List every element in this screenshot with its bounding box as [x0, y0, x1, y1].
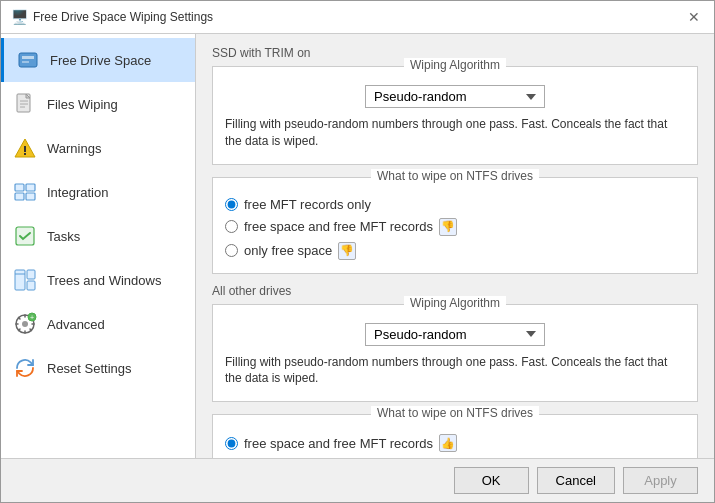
sidebar-label-free-drive-space: Free Drive Space [50, 53, 151, 68]
svg-point-19 [22, 321, 28, 327]
svg-rect-14 [15, 270, 25, 290]
ssd-radio-label-0: free MFT records only [244, 197, 371, 212]
ssd-algorithm-select-row: Pseudo-random Gutmann DoD 5220.22-M [225, 85, 685, 108]
sidebar-item-advanced[interactable]: + Advanced [1, 302, 195, 346]
ssd-badge-2: 👎 [338, 242, 356, 260]
other-badge-0: 👍 [439, 434, 457, 452]
svg-rect-15 [27, 270, 35, 279]
ssd-radio-group: free MFT records only free space and fre… [225, 194, 685, 263]
other-algorithm-inner: Pseudo-random Gutmann DoD 5220.22-M Fill… [225, 323, 685, 388]
other-radio-row-1: only free space [225, 455, 685, 458]
sidebar-label-tasks: Tasks [47, 229, 80, 244]
ssd-algorithm-title: Wiping Algorithm [404, 58, 506, 72]
svg-rect-16 [27, 281, 35, 290]
reset-settings-icon [11, 354, 39, 382]
files-wiping-icon [11, 90, 39, 118]
other-algorithm-select[interactable]: Pseudo-random Gutmann DoD 5220.22-M [365, 323, 545, 346]
other-radio-0[interactable] [225, 437, 238, 450]
ssd-badge-1: 👎 [439, 218, 457, 236]
tasks-icon [11, 222, 39, 250]
sidebar-label-reset-settings: Reset Settings [47, 361, 132, 376]
ssd-algorithm-description: Filling with pseudo-random numbers throu… [225, 116, 685, 150]
svg-rect-9 [15, 184, 24, 191]
main-panel: SSD with TRIM on Wiping Algorithm Pseudo… [196, 34, 714, 458]
sidebar-item-free-drive-space[interactable]: Free Drive Space [1, 38, 195, 82]
other-algorithm-group: Wiping Algorithm Pseudo-random Gutmann D… [212, 304, 698, 403]
svg-rect-8 [24, 153, 26, 155]
warnings-icon [11, 134, 39, 162]
sidebar-label-integration: Integration [47, 185, 108, 200]
cancel-button[interactable]: Cancel [537, 467, 615, 494]
svg-rect-7 [24, 146, 26, 152]
ssd-algorithm-group: Wiping Algorithm Pseudo-random Gutmann D… [212, 66, 698, 165]
ssd-algorithm-inner: Pseudo-random Gutmann DoD 5220.22-M Fill… [225, 85, 685, 150]
other-algorithm-select-row: Pseudo-random Gutmann DoD 5220.22-M [225, 323, 685, 346]
other-wipe-title: What to wipe on NTFS drives [371, 406, 539, 420]
ssd-radio-row-2: only free space 👎 [225, 239, 685, 263]
content-area: Free Drive Space Files Wiping [1, 34, 714, 458]
close-button[interactable]: ✕ [684, 7, 704, 27]
sidebar-item-tasks[interactable]: Tasks [1, 214, 195, 258]
ssd-wipe-section: What to wipe on NTFS drives free MFT rec… [212, 177, 698, 274]
sidebar-item-warnings[interactable]: Warnings [1, 126, 195, 170]
svg-rect-0 [19, 53, 37, 67]
ssd-wipe-title: What to wipe on NTFS drives [371, 169, 539, 183]
integration-icon [11, 178, 39, 206]
sidebar-label-files-wiping: Files Wiping [47, 97, 118, 112]
svg-rect-1 [22, 56, 34, 59]
free-drive-space-icon [14, 46, 42, 74]
ssd-radio-2[interactable] [225, 244, 238, 257]
sidebar-label-advanced: Advanced [47, 317, 105, 332]
apply-button[interactable]: Apply [623, 467, 698, 494]
ssd-radio-label-1: free space and free MFT records [244, 219, 433, 234]
footer: OK Cancel Apply [1, 458, 714, 502]
title-bar: 🖥️ Free Drive Space Wiping Settings ✕ [1, 1, 714, 34]
other-radio-group: free space and free MFT records 👍 only f… [225, 431, 685, 458]
sidebar-label-warnings: Warnings [47, 141, 101, 156]
sidebar-item-integration[interactable]: Integration [1, 170, 195, 214]
sidebar: Free Drive Space Files Wiping [1, 34, 196, 458]
sidebar-item-reset-settings[interactable]: Reset Settings [1, 346, 195, 390]
svg-rect-10 [26, 184, 35, 191]
title-bar-left: 🖥️ Free Drive Space Wiping Settings [11, 9, 213, 25]
ssd-algorithm-select[interactable]: Pseudo-random Gutmann DoD 5220.22-M [365, 85, 545, 108]
ssd-radio-1[interactable] [225, 220, 238, 233]
sidebar-item-trees-and-windows[interactable]: Trees and Windows [1, 258, 195, 302]
ok-button[interactable]: OK [454, 467, 529, 494]
dialog: 🖥️ Free Drive Space Wiping Settings ✕ Fr… [0, 0, 715, 503]
ssd-radio-label-2: only free space [244, 243, 332, 258]
svg-rect-2 [22, 61, 29, 63]
svg-rect-12 [26, 193, 35, 200]
svg-text:+: + [30, 314, 34, 321]
advanced-icon: + [11, 310, 39, 338]
dialog-icon: 🖥️ [11, 9, 27, 25]
other-algorithm-title: Wiping Algorithm [404, 296, 506, 310]
trees-windows-icon [11, 266, 39, 294]
other-radio-row-0: free space and free MFT records 👍 [225, 431, 685, 455]
other-algorithm-description: Filling with pseudo-random numbers throu… [225, 354, 685, 388]
sidebar-label-trees-and-windows: Trees and Windows [47, 273, 161, 288]
sidebar-item-files-wiping[interactable]: Files Wiping [1, 82, 195, 126]
ssd-radio-row-1: free space and free MFT records 👎 [225, 215, 685, 239]
ssd-radio-0[interactable] [225, 198, 238, 211]
dialog-title: Free Drive Space Wiping Settings [33, 10, 213, 24]
other-radio-label-0: free space and free MFT records [244, 436, 433, 451]
other-wipe-section: What to wipe on NTFS drives free space a… [212, 414, 698, 458]
ssd-radio-row-0: free MFT records only [225, 194, 685, 215]
svg-rect-11 [15, 193, 24, 200]
